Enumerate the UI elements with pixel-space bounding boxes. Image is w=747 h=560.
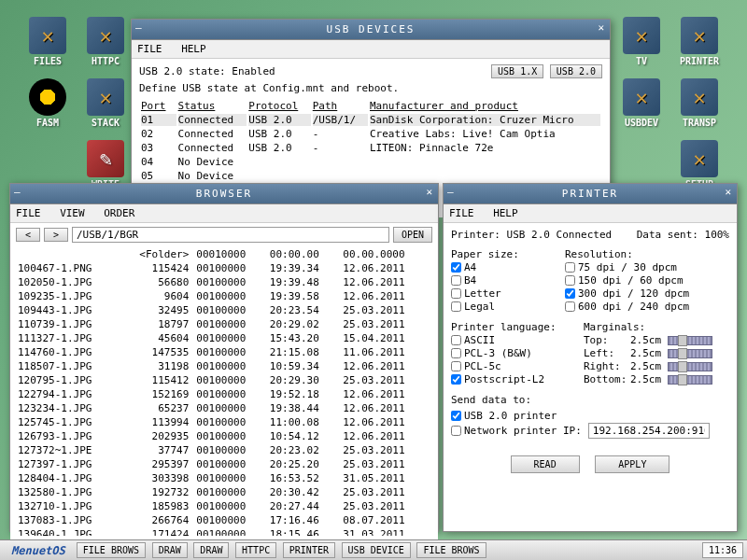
- paper-b4-checkbox[interactable]: [451, 275, 461, 286]
- usb-row[interactable]: 01ConnectedUSB 2.0/USB/1/SanDisk Corpora…: [141, 114, 600, 126]
- icon-usbdev[interactable]: USBDEV: [616, 78, 667, 128]
- margin-slider[interactable]: [668, 375, 712, 385]
- file-row[interactable]: 118507-1.JPG311980010000010:59.3412.06.2…: [18, 360, 430, 372]
- language-checkbox[interactable]: [451, 374, 461, 385]
- resolution-label: Resolution:: [565, 248, 729, 260]
- folder-row[interactable]: <Folder> 00010000 00:00.00 00.00.0000: [18, 248, 430, 260]
- file-row[interactable]: 132580-1.JPG1927320010000020:30.4225.03.…: [18, 486, 430, 498]
- file-row[interactable]: 128404-1.JPG3033980010000016:53.5231.05.…: [18, 472, 430, 484]
- file-row[interactable]: 127397-1.JPG2953970010000020:25.2025.03.…: [18, 458, 430, 470]
- tools-icon: [681, 140, 718, 177]
- icon-fasm[interactable]: FASM: [22, 78, 73, 128]
- send-data-label: Send data to:: [451, 394, 729, 406]
- close-icon[interactable]: ✕: [426, 186, 434, 198]
- tools-icon: [681, 17, 718, 54]
- data-sent: Data sent: 100%: [637, 229, 729, 241]
- icon-printer[interactable]: PRINTER: [674, 17, 725, 66]
- file-row[interactable]: 100467-1.PNG1154240010000019:39.3412.06.…: [18, 262, 430, 274]
- icon-files[interactable]: FILES: [22, 17, 73, 66]
- menu-help[interactable]: HELP: [493, 207, 518, 219]
- language-checkbox[interactable]: [451, 348, 461, 358]
- margin-slider[interactable]: [668, 349, 712, 358]
- usb-row[interactable]: 05No Device: [141, 170, 600, 182]
- minimize-icon[interactable]: —: [14, 186, 22, 198]
- resolution-checkbox[interactable]: [565, 288, 575, 299]
- send-network-checkbox[interactable]: [451, 426, 461, 436]
- printer-window: — PRINTER ✕ FILE HELP Printer: USB 2.0 C…: [443, 183, 738, 532]
- taskbar-button[interactable]: HTTPC: [235, 542, 276, 558]
- icon-stack[interactable]: STACK: [80, 78, 131, 128]
- usb-row[interactable]: 04No Device: [141, 156, 600, 168]
- taskbar-button[interactable]: PRINTER: [283, 542, 335, 558]
- menu-file[interactable]: FILE: [449, 207, 474, 219]
- browser-menubar: FILE VIEW ORDER: [10, 204, 438, 223]
- browser-titlebar[interactable]: — BROWSER ✕: [10, 184, 438, 204]
- network-ip-input[interactable]: [588, 423, 710, 439]
- resolution-checkbox[interactable]: [565, 275, 575, 286]
- margin-slider[interactable]: [668, 362, 712, 371]
- file-browser-window: — BROWSER ✕ FILE VIEW ORDER < > OPEN <Fo…: [9, 183, 439, 532]
- taskbar-button[interactable]: DRAW: [152, 542, 188, 558]
- file-row[interactable]: 125745-1.JPG1139940010000011:00.0812.06.…: [18, 416, 430, 428]
- nav-back-button[interactable]: <: [16, 228, 40, 242]
- file-row[interactable]: 102050-1.JPG566800010000019:39.4812.06.2…: [18, 276, 430, 288]
- file-row[interactable]: 139640-1.JPG1714240010000018:15.4631.03.…: [18, 528, 430, 536]
- language-checkbox[interactable]: [451, 335, 461, 345]
- printer-status: Printer: USB 2.0 Connected: [451, 229, 612, 241]
- menu-file[interactable]: FILE: [137, 43, 162, 55]
- usb-row[interactable]: 02ConnectedUSB 2.0-Creative Labs: Live! …: [141, 128, 600, 140]
- paper-legal-checkbox[interactable]: [451, 301, 461, 312]
- minimize-icon[interactable]: —: [135, 21, 144, 34]
- menu-order[interactable]: ORDER: [104, 207, 134, 219]
- file-row[interactable]: 109443-1.JPG324950010000020:23.5425.03.2…: [18, 304, 430, 316]
- file-row[interactable]: 114760-1.JPG1475350010000021:15.0811.06.…: [18, 346, 430, 358]
- taskbar-button[interactable]: USB DEVICE: [342, 542, 411, 558]
- tools-icon: [623, 17, 660, 54]
- resolution-checkbox[interactable]: [565, 301, 575, 312]
- margin-slider[interactable]: [668, 336, 712, 345]
- read-button[interactable]: READ: [511, 455, 580, 473]
- open-button[interactable]: OPEN: [393, 227, 432, 243]
- usb-titlebar[interactable]: — USB DEVICES ✕: [132, 20, 610, 40]
- usb2-button[interactable]: USB 2.0: [550, 64, 602, 78]
- file-row[interactable]: 127372~1.JPE377470010000020:23.0225.03.2…: [18, 444, 430, 456]
- usb1x-button[interactable]: USB 1.X: [491, 64, 543, 78]
- paper-a4-checkbox[interactable]: [451, 262, 461, 273]
- close-icon[interactable]: ✕: [598, 21, 606, 34]
- usb-state-text: USB 2.0 state: Enabled: [139, 65, 275, 77]
- taskbar: MenuetOS FILE BROWS DRAW DRAW HTTPC PRIN…: [0, 539, 747, 560]
- paper-letter-checkbox[interactable]: [451, 288, 461, 299]
- nav-forward-button[interactable]: >: [44, 228, 68, 242]
- taskbar-button[interactable]: DRAW: [193, 542, 229, 558]
- taskbar-button[interactable]: FILE BROWS: [416, 542, 486, 558]
- path-input[interactable]: [72, 227, 389, 243]
- close-icon[interactable]: ✕: [725, 186, 733, 198]
- file-row[interactable]: 122794-1.JPG1521690010000019:52.1812.06.…: [18, 388, 430, 400]
- taskbar-button[interactable]: FILE BROWS: [77, 542, 146, 558]
- pen-icon: [87, 140, 124, 177]
- icon-transp[interactable]: TRANSP: [674, 78, 725, 128]
- resolution-checkbox[interactable]: [565, 262, 575, 273]
- send-usb-checkbox[interactable]: [451, 411, 461, 421]
- menu-file[interactable]: FILE: [16, 207, 41, 219]
- file-row[interactable]: 126793-1.JPG2029350010000010:54.1212.06.…: [18, 430, 430, 442]
- usb-row[interactable]: 03ConnectedUSB 2.0-LITEON: Pinnacle 72e: [141, 142, 600, 154]
- file-row[interactable]: 109235-1.JPG96040010000019:39.5812.06.20…: [18, 290, 430, 302]
- file-row[interactable]: 111327-1.JPG456040010000015:43.2015.04.2…: [18, 332, 430, 344]
- icon-httpc[interactable]: HTTPC: [80, 17, 131, 66]
- file-row[interactable]: 120795-1.JPG1154120010000020:29.3025.03.…: [18, 374, 430, 386]
- menu-view[interactable]: VIEW: [60, 207, 85, 219]
- apply-button[interactable]: APPLY: [595, 455, 669, 473]
- minimize-icon[interactable]: —: [447, 186, 456, 198]
- file-row[interactable]: 110739-1.JPG187970010000020:29.0225.03.2…: [18, 318, 430, 330]
- printer-titlebar[interactable]: — PRINTER ✕: [444, 184, 737, 204]
- file-list-table: <Folder> 00010000 00:00.00 00.00.0000 10…: [16, 246, 432, 536]
- language-checkbox[interactable]: [451, 361, 461, 371]
- start-menu[interactable]: MenuetOS: [4, 542, 73, 559]
- file-row[interactable]: 137083-1.JPG2667640010000017:16.4608.07.…: [18, 514, 430, 526]
- icon-tv[interactable]: TV: [616, 17, 667, 66]
- window-title: BROWSER: [196, 188, 252, 200]
- file-row[interactable]: 132710-1.JPG1859830010000020:27.4425.03.…: [18, 500, 430, 512]
- menu-help[interactable]: HELP: [181, 43, 206, 55]
- file-row[interactable]: 123234-1.JPG652370010000019:38.4412.06.2…: [18, 402, 430, 414]
